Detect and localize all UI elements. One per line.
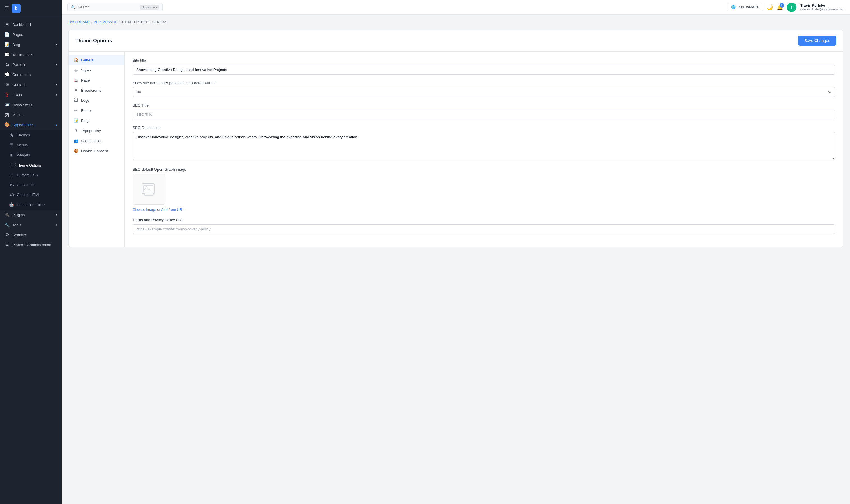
sidebar-item-tools[interactable]: 🔧 Tools ▾ — [0, 220, 62, 230]
sidebar-header: ☰ b — [0, 0, 62, 17]
sidebar-item-platform-admin[interactable]: 🏛 Platform Administration — [0, 240, 62, 250]
add-from-url-link[interactable]: Add from URL — [161, 208, 184, 212]
sidebar-label-faqs: FAQs — [12, 93, 22, 97]
sidebar-item-custom-css[interactable]: { } Custom CSS — [0, 170, 62, 180]
theme-nav-logo[interactable]: 🖼 Logo — [69, 95, 125, 105]
faqs-icon: ❓ — [4, 92, 10, 97]
image-or-text: or — [157, 208, 161, 212]
sidebar-item-comments[interactable]: 💭 Comments — [0, 70, 62, 79]
breadcrumb-sep-2: / — [119, 20, 120, 24]
moon-icon: 🌙 — [767, 4, 773, 10]
terms-privacy-input[interactable] — [132, 224, 835, 234]
sidebar-label-pages: Pages — [12, 33, 23, 37]
plugins-icon: 🔌 — [4, 212, 10, 217]
robots-icon: 🤖 — [9, 202, 14, 207]
sidebar-label-tools: Tools — [12, 223, 21, 227]
contact-chevron-icon: ▾ — [55, 83, 57, 87]
seo-description-group: SEO Description Discover innovative desi… — [132, 126, 835, 161]
theme-nav-styles-label: Styles — [81, 68, 91, 72]
sidebar: ☰ b ⊞ Dashboard 📄 Pages 📝 Blog ▾ 💬 Testi… — [0, 0, 62, 504]
form-area: Site title Show site name after page tit… — [125, 52, 843, 247]
typography-nav-icon: A — [74, 128, 78, 133]
hamburger-icon[interactable]: ☰ — [4, 5, 9, 12]
site-title-input[interactable] — [132, 65, 835, 75]
sidebar-item-portfolio[interactable]: 🗂 Portfolio ▾ — [0, 60, 62, 70]
sidebar-item-widgets[interactable]: ⊞ Widgets — [0, 150, 62, 160]
sidebar-label-platform-admin: Platform Administration — [12, 243, 51, 247]
theme-options-card: Theme Options Save Changes 🏠 General ◎ S… — [68, 30, 843, 247]
sidebar-item-menus[interactable]: ☰ Menus — [0, 140, 62, 150]
sidebar-item-plugins[interactable]: 🔌 Plugins ▾ — [0, 210, 62, 220]
seo-title-group: SEO Title — [132, 103, 835, 120]
theme-nav-footer[interactable]: ✏ Footer — [69, 105, 125, 115]
sidebar-item-contact[interactable]: ✉ Contact ▾ — [0, 79, 62, 90]
general-nav-icon: 🏠 — [74, 58, 78, 62]
card-body: 🏠 General ◎ Styles 📖 Page ≡ Breadcrumb — [69, 52, 843, 247]
image-actions: Choose image or Add from URL — [132, 208, 835, 212]
sidebar-label-robots-txt: Robots.Txt Editor — [17, 203, 45, 207]
dark-mode-button[interactable]: 🌙 — [767, 4, 773, 11]
sidebar-item-themes[interactable]: ◉ Themes — [0, 130, 62, 140]
breadcrumb: DASHBOARD / APPEARANCE / THEME OPTIONS -… — [68, 20, 843, 24]
save-changes-button[interactable]: Save Changes — [798, 36, 836, 46]
seo-title-input[interactable] — [132, 110, 835, 120]
sidebar-item-settings[interactable]: ⚙ Settings — [0, 230, 62, 240]
appearance-submenu: ◉ Themes ☰ Menus ⊞ Widgets ⋮⋮ Theme Opti… — [0, 130, 62, 210]
sidebar-item-appearance[interactable]: 🎨 Appearance ▴ — [0, 120, 62, 130]
sidebar-item-dashboard[interactable]: ⊞ Dashboard — [0, 19, 62, 30]
theme-nav-social-links[interactable]: 👥 Social Links — [69, 136, 125, 146]
view-website-button[interactable]: 🌐 View website — [727, 3, 763, 11]
tools-chevron-icon: ▾ — [55, 223, 57, 227]
sidebar-item-custom-js[interactable]: JS Custom JS — [0, 180, 62, 190]
breadcrumb-dashboard[interactable]: DASHBOARD — [68, 20, 90, 24]
theme-nav-social-links-label: Social Links — [81, 139, 101, 143]
terms-privacy-group: Terms and Privacy Policy URL — [132, 218, 835, 234]
seo-og-image-group: SEO default Open Graph image — [132, 167, 835, 212]
theme-nav-page[interactable]: 📖 Page — [69, 75, 125, 85]
sidebar-label-custom-html: Custom HTML — [17, 193, 40, 197]
sidebar-item-newsletters[interactable]: 📨 Newsletters — [0, 100, 62, 110]
view-website-label: View website — [737, 5, 759, 9]
portfolio-icon: 🗂 — [4, 62, 10, 67]
show-site-name-group: Show site name after page title, separat… — [132, 81, 835, 97]
seo-description-textarea[interactable]: Discover innovative designs, creative pr… — [132, 132, 835, 160]
theme-nav-cookie-label: Cookie Consent — [81, 149, 108, 153]
theme-nav-blog[interactable]: 📝 Blog — [69, 115, 125, 126]
sidebar-label-dashboard: Dashboard — [12, 22, 31, 26]
search-input[interactable] — [78, 5, 138, 9]
og-image-upload-box[interactable] — [132, 174, 165, 205]
custom-html-icon: </> — [9, 192, 14, 197]
theme-nav-page-label: Page — [81, 78, 90, 83]
page-title: Theme Options — [75, 38, 112, 44]
portfolio-chevron-icon: ▾ — [55, 63, 57, 67]
sidebar-item-pages[interactable]: 📄 Pages — [0, 30, 62, 39]
theme-nav-general[interactable]: 🏠 General — [69, 55, 125, 65]
newsletters-icon: 📨 — [4, 102, 10, 107]
search-bar[interactable]: 🔍 ctrl/cmd + k — [67, 3, 163, 12]
sidebar-item-custom-html[interactable]: </> Custom HTML — [0, 190, 62, 200]
theme-nav-styles[interactable]: ◎ Styles — [69, 65, 125, 75]
notifications-button[interactable]: 🔔 0 — [777, 4, 783, 11]
theme-nav-typography[interactable]: A Typography — [69, 126, 125, 136]
sidebar-item-media[interactable]: 🖼 Media — [0, 110, 62, 120]
theme-nav-breadcrumb[interactable]: ≡ Breadcrumb — [69, 85, 125, 95]
theme-nav-logo-label: Logo — [81, 98, 89, 103]
show-site-name-label: Show site name after page title, separat… — [132, 81, 835, 85]
sidebar-item-testimonials[interactable]: 💬 Testimonials — [0, 50, 62, 60]
search-shortcut: ctrl/cmd + k — [140, 5, 159, 10]
sidebar-item-blog[interactable]: 📝 Blog ▾ — [0, 39, 62, 50]
themes-icon: ◉ — [9, 132, 14, 137]
sidebar-item-theme-options[interactable]: ⋮⋮ Theme Options — [0, 160, 62, 170]
breadcrumb-nav-icon: ≡ — [74, 88, 78, 92]
breadcrumb-appearance[interactable]: APPEARANCE — [94, 20, 117, 24]
theme-nav-footer-label: Footer — [81, 108, 92, 113]
sidebar-item-faqs[interactable]: ❓ FAQs ▾ — [0, 90, 62, 100]
breadcrumb-sep-1: / — [91, 20, 92, 24]
svg-rect-1 — [144, 185, 153, 192]
theme-nav-cookie-consent[interactable]: 🍪 Cookie Consent — [69, 146, 125, 156]
page-nav-icon: 📖 — [74, 78, 78, 83]
show-site-name-select[interactable]: No Yes — [132, 87, 835, 97]
sidebar-item-robots-txt[interactable]: 🤖 Robots.Txt Editor — [0, 200, 62, 210]
choose-image-link[interactable]: Choose image — [132, 208, 156, 212]
blog-chevron-icon: ▾ — [55, 43, 57, 47]
